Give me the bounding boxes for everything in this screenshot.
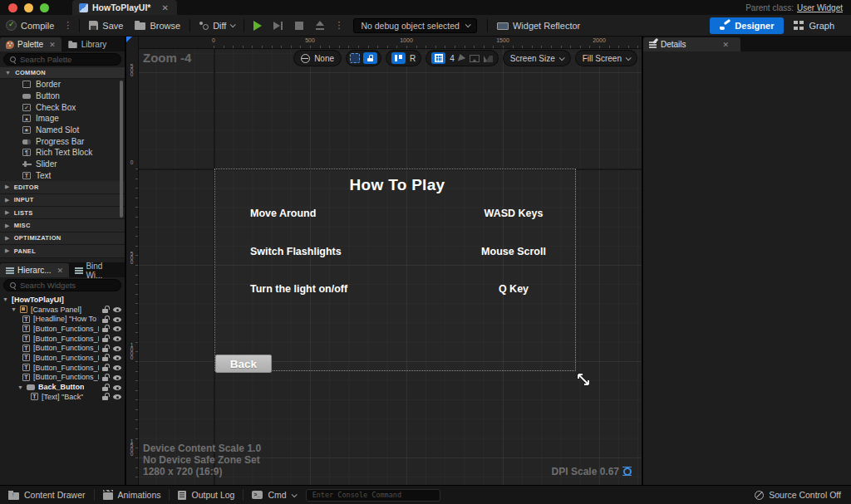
fill-screen-dropdown[interactable]: Fill Screen bbox=[575, 50, 637, 66]
canvas-headline-text[interactable]: How To Play bbox=[273, 176, 522, 194]
tree-row-back-button[interactable]: ▼ Back_Button bbox=[0, 382, 125, 392]
screen-size-dropdown[interactable]: Screen Size bbox=[503, 50, 571, 66]
asset-tab[interactable]: HowToPlayUI* ✕ bbox=[72, 0, 177, 15]
tab-hierarchy[interactable]: Hierarc... ✕ bbox=[0, 263, 69, 277]
cursor-tool-icon[interactable] bbox=[458, 53, 466, 62]
palette-search-input[interactable] bbox=[20, 55, 115, 64]
hierarchy-search[interactable] bbox=[3, 279, 121, 291]
canvas-action-2[interactable]: Switch Flashlights bbox=[250, 246, 342, 257]
palette-section-panel[interactable]: ▶PANEL bbox=[0, 245, 125, 257]
back-button-widget[interactable]: Back bbox=[215, 355, 272, 373]
palette-item-slider[interactable]: Slider bbox=[0, 159, 125, 170]
graph-mode-button[interactable]: Graph bbox=[784, 17, 844, 34]
tab-palette[interactable]: Palette ✕ bbox=[0, 37, 61, 51]
palette-section-common[interactable]: ▼ COMMON bbox=[0, 67, 125, 79]
respect-locks-toggle[interactable] bbox=[391, 52, 406, 64]
designer-mode-button[interactable]: Designer bbox=[710, 17, 784, 34]
palette-item-checkbox[interactable]: ✓Check Box bbox=[0, 101, 125, 113]
flip-preview-icon[interactable] bbox=[484, 55, 493, 62]
preview-background-icon[interactable] bbox=[470, 55, 480, 62]
gear-icon[interactable] bbox=[623, 467, 632, 476]
palette-search[interactable] bbox=[3, 53, 121, 66]
visibility-eye-icon[interactable] bbox=[113, 306, 121, 313]
canvas-action-1[interactable]: Move Around bbox=[250, 208, 316, 219]
save-button[interactable]: Save bbox=[83, 15, 129, 36]
hierarchy-search-input[interactable] bbox=[20, 281, 115, 290]
close-icon[interactable]: ✕ bbox=[57, 267, 64, 275]
tab-bind-widgets[interactable]: Bind Wi... bbox=[69, 263, 125, 277]
palette-section-input[interactable]: ▶INPUT bbox=[0, 194, 125, 207]
triangle-expanded-icon[interactable]: ▼ bbox=[11, 306, 17, 312]
tab-library[interactable]: Library bbox=[61, 37, 113, 51]
diff-button[interactable]: Diff bbox=[194, 15, 240, 36]
lock-icon[interactable] bbox=[102, 364, 109, 371]
asset-tab-close-icon[interactable]: ✕ bbox=[161, 3, 168, 12]
palette-item-border[interactable]: Border bbox=[0, 79, 125, 91]
compile-options-menu[interactable]: ⋮ bbox=[60, 20, 76, 31]
palette-section-lists[interactable]: ▶LISTS bbox=[0, 207, 125, 219]
palette-item-namedslot[interactable]: ★Named Slot bbox=[0, 125, 125, 136]
palette-section-misc[interactable]: ▶MISC bbox=[0, 219, 125, 232]
tree-row-button-functions-2[interactable]: T [Button_Functions_Lis bbox=[0, 334, 125, 344]
cmd-dropdown[interactable]: Cmd bbox=[243, 486, 303, 504]
tree-row-headline[interactable]: T [Headline] "How To Pl bbox=[0, 314, 125, 324]
frame-skip-button[interactable] bbox=[268, 15, 289, 36]
tree-row-button-functions-4[interactable]: T [Button_Functions_Lis bbox=[0, 353, 125, 363]
close-icon[interactable]: ✕ bbox=[49, 41, 56, 49]
palette-section-optimization[interactable]: ▶OPTIMIZATION bbox=[0, 232, 125, 245]
compile-button[interactable]: Compile bbox=[0, 15, 60, 36]
canvas-action-3[interactable]: Turn the light on/off bbox=[250, 283, 347, 295]
lock-icon[interactable] bbox=[102, 316, 109, 323]
lock-icon[interactable] bbox=[102, 325, 109, 332]
tree-row-button-functions-6[interactable]: T [Button_Functions_Lis bbox=[0, 373, 125, 383]
content-drawer-button[interactable]: Content Drawer bbox=[0, 486, 94, 504]
lock-icon[interactable] bbox=[102, 354, 109, 361]
maximize-window-button[interactable] bbox=[40, 3, 49, 12]
visibility-eye-icon[interactable] bbox=[113, 325, 121, 332]
parent-class-value[interactable]: User Widget bbox=[797, 3, 843, 12]
visibility-eye-icon[interactable] bbox=[113, 316, 121, 323]
tree-row-canvas-panel[interactable]: ▼ [Canvas Panel] bbox=[0, 305, 125, 315]
canvas-key-3[interactable]: Q Key bbox=[447, 283, 580, 295]
triangle-expanded-icon[interactable]: ▼ bbox=[2, 296, 8, 302]
grid-snapping-toggle[interactable] bbox=[431, 52, 445, 64]
close-window-button[interactable] bbox=[8, 3, 17, 12]
palette-item-text[interactable]: TText bbox=[0, 170, 125, 182]
visibility-eye-icon[interactable] bbox=[113, 393, 121, 400]
triangle-expanded-icon[interactable]: ▼ bbox=[17, 384, 23, 390]
eject-button[interactable] bbox=[309, 15, 331, 36]
lock-icon[interactable] bbox=[102, 345, 109, 352]
lock-icon[interactable] bbox=[102, 374, 109, 381]
source-control-button[interactable]: Source Control Off bbox=[755, 490, 851, 500]
lock-widget-toggle[interactable] bbox=[363, 52, 377, 64]
tree-row-root[interactable]: ▼ [HowToPlayUI] bbox=[0, 295, 125, 305]
visibility-eye-icon[interactable] bbox=[113, 335, 121, 342]
tab-details[interactable]: Details ✕ bbox=[643, 37, 740, 51]
palette-item-richtext[interactable]: ¶Rich Text Block bbox=[0, 147, 125, 159]
visibility-eye-icon[interactable] bbox=[113, 384, 121, 391]
stop-button[interactable] bbox=[289, 15, 309, 36]
tree-row-button-functions-1[interactable]: T [Button_Functions_Lis bbox=[0, 324, 125, 334]
animations-button[interactable]: Animations bbox=[95, 486, 170, 504]
canvas-key-2[interactable]: Mouse Scroll bbox=[447, 246, 580, 257]
localization-preview-dropdown[interactable]: None bbox=[293, 50, 342, 66]
palette-item-button[interactable]: Button bbox=[0, 91, 125, 102]
designer-viewport[interactable]: How To Play Move Around WASD Keys Switch… bbox=[126, 37, 642, 485]
palette-scrollbar[interactable] bbox=[120, 81, 123, 218]
palette-item-progressbar[interactable]: Progress Bar bbox=[0, 135, 125, 147]
minimize-window-button[interactable] bbox=[24, 3, 33, 12]
tree-row-back-text[interactable]: T [Text] "Back" bbox=[0, 392, 125, 402]
palette-section-editor[interactable]: ▶EDITOR bbox=[0, 181, 125, 193]
console-command-input[interactable] bbox=[312, 491, 434, 499]
lock-icon[interactable] bbox=[102, 393, 109, 400]
selection-outline-toggle[interactable] bbox=[350, 53, 360, 63]
close-icon[interactable]: ✕ bbox=[723, 41, 730, 49]
browse-button[interactable]: Browse bbox=[129, 15, 186, 36]
tree-row-button-functions-5[interactable]: T [Button_Functions_Lis bbox=[0, 363, 125, 373]
tree-row-button-functions-3[interactable]: T [Button_Functions_Lis bbox=[0, 343, 125, 353]
console-command-field[interactable] bbox=[306, 489, 440, 502]
lock-icon[interactable] bbox=[102, 384, 109, 391]
visibility-eye-icon[interactable] bbox=[113, 374, 121, 381]
canvas-key-1[interactable]: WASD Keys bbox=[447, 208, 580, 219]
visibility-eye-icon[interactable] bbox=[113, 345, 121, 352]
